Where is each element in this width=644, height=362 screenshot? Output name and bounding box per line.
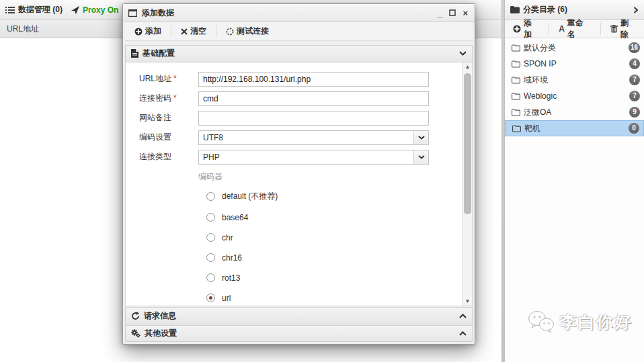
list-icon <box>5 6 15 14</box>
encoder-group-label: 编码器 <box>198 171 456 183</box>
category-name: Weblogic <box>524 91 626 101</box>
radio-checked-icon[interactable] <box>206 293 215 302</box>
category-delete-label: 删除 <box>620 17 636 40</box>
plus-circle-icon <box>513 25 521 33</box>
category-count-badge: 7 <box>629 75 640 85</box>
dialog-title: 添加数据 <box>142 7 174 19</box>
encoder-option-url[interactable]: url <box>206 293 456 303</box>
section-basic-label: 基础配置 <box>143 48 175 59</box>
url-row: URL地址* <box>139 72 456 87</box>
note-input[interactable] <box>198 111 429 126</box>
letter-a-icon: A <box>559 24 565 34</box>
category-item[interactable]: 默认分类 16 <box>505 40 644 56</box>
folder-icon <box>512 77 520 84</box>
category-add-button[interactable]: 添加 <box>509 17 543 40</box>
scroll-up-arrow[interactable]: ▲ <box>462 62 473 72</box>
close-button[interactable]: × <box>462 9 468 17</box>
dialog-test-button[interactable]: 测试连接 <box>222 26 273 37</box>
conn-type-label: 连接类型 <box>139 151 198 163</box>
x-icon <box>181 28 188 35</box>
watermark: 李白你好 <box>528 310 633 333</box>
dialog-add-label: 添加 <box>145 26 161 37</box>
category-item[interactable]: Weblogic 7 <box>505 88 644 104</box>
category-panel: 分类目录 (6) 添加 A 重命名 删除 默认分类 16 <box>504 0 644 362</box>
password-row: 连接密码* <box>139 91 456 106</box>
toolbar-separator <box>216 26 216 38</box>
category-item[interactable]: 泛微OA 9 <box>505 104 644 120</box>
chevron-down-icon[interactable] <box>459 51 467 56</box>
basic-config-form: URL地址* 连接密码* 网站备注 编码设置 UTF8 <box>125 62 473 307</box>
category-item-selected[interactable]: 靶机 0 <box>505 120 644 136</box>
gears-icon <box>131 329 140 338</box>
conn-type-value: PHP <box>199 152 413 162</box>
folder-icon <box>512 125 521 132</box>
encoder-option-label: base64 <box>222 213 248 222</box>
folder-icon <box>512 93 520 100</box>
scrollbar-thumb[interactable] <box>464 73 471 214</box>
chevron-down-icon[interactable] <box>413 131 428 144</box>
chevron-right-icon[interactable] <box>633 7 639 13</box>
encoder-option-label: rot13 <box>222 273 240 283</box>
encoder-option-chr[interactable]: chr <box>206 233 456 242</box>
category-name: 靶机 <box>524 123 625 134</box>
url-label: URL地址* <box>139 73 198 85</box>
radio-icon[interactable] <box>206 273 215 282</box>
category-item[interactable]: 域环境 7 <box>505 72 644 88</box>
document-icon <box>131 49 138 58</box>
encoder-option-rot13[interactable]: rot13 <box>206 273 456 283</box>
category-name: 泛微OA <box>524 107 626 118</box>
radio-icon[interactable] <box>206 192 215 201</box>
folder-icon <box>512 60 520 68</box>
form-scrollbar[interactable]: ▲ ▼ <box>462 62 472 306</box>
dialog-toolbar: 添加 清空 测试连接 <box>125 22 473 41</box>
note-row: 网站备注 <box>139 111 456 126</box>
category-count-badge: 7 <box>629 91 640 101</box>
category-count-badge: 9 <box>629 107 640 118</box>
required-asterisk: * <box>173 93 177 103</box>
scroll-down-arrow[interactable]: ▼ <box>462 296 473 306</box>
dialog-clear-button[interactable]: 清空 <box>177 26 210 37</box>
window-icon <box>128 9 137 17</box>
url-input[interactable] <box>198 72 429 87</box>
proxy-status[interactable]: Proxy On <box>83 5 118 15</box>
encoder-option-label: url <box>222 293 231 303</box>
dialog-titlebar[interactable]: 添加数据 _ × <box>123 4 475 22</box>
radio-icon[interactable] <box>206 233 215 242</box>
maximize-button[interactable] <box>449 9 456 17</box>
trash-icon <box>610 25 618 33</box>
paper-plane-icon <box>71 5 80 15</box>
category-item[interactable]: SPON IP 4 <box>505 56 644 72</box>
chevron-up-icon[interactable] <box>459 314 467 318</box>
section-other-settings[interactable]: 其他设置 <box>125 325 473 342</box>
encoder-option-label: chr <box>222 233 233 242</box>
encoder-option-base64[interactable]: base64 <box>206 213 456 222</box>
folder-icon <box>512 44 520 52</box>
password-input[interactable] <box>198 91 429 106</box>
category-add-label: 添加 <box>524 17 539 40</box>
data-manage-title: 数据管理 (0) <box>18 4 63 15</box>
section-request-info[interactable]: 请求信息 <box>125 307 473 324</box>
category-name: 默认分类 <box>524 42 625 54</box>
chevron-down-icon[interactable] <box>413 150 428 164</box>
category-count-badge: 0 <box>629 123 639 134</box>
encoding-select[interactable]: UTF8 <box>198 130 429 145</box>
encoding-row: 编码设置 UTF8 <box>139 130 456 145</box>
minimize-button[interactable]: _ <box>438 9 442 17</box>
conn-type-row: 连接类型 PHP <box>139 150 456 165</box>
category-toolbar: 添加 A 重命名 删除 <box>505 20 644 38</box>
category-count-badge: 16 <box>629 42 640 53</box>
encoder-option-default[interactable]: default (不推荐) <box>206 191 456 202</box>
category-rename-button[interactable]: A 重命名 <box>555 17 595 40</box>
conn-type-select[interactable]: PHP <box>198 150 429 165</box>
toolbar-separator <box>600 23 601 35</box>
encoder-option-label: chr16 <box>222 253 242 263</box>
dialog-test-label: 测试连接 <box>237 26 269 37</box>
radio-icon[interactable] <box>206 213 215 222</box>
section-basic-config[interactable]: 基础配置 <box>125 45 473 62</box>
radio-icon[interactable] <box>206 253 215 262</box>
dialog-add-button[interactable]: 添加 <box>130 26 165 37</box>
exchange-icon <box>131 312 140 320</box>
encoder-option-chr16[interactable]: chr16 <box>206 253 456 263</box>
category-delete-button[interactable]: 删除 <box>606 17 640 40</box>
chevron-up-icon[interactable] <box>459 331 467 336</box>
